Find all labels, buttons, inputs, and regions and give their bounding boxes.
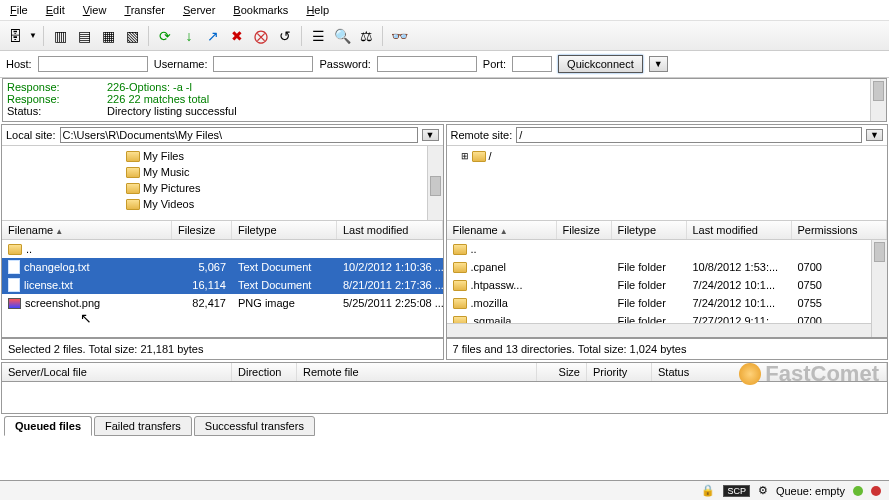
host-input[interactable]: [38, 56, 148, 72]
refresh-icon[interactable]: ⟳: [154, 25, 176, 47]
quickconnect-dropdown[interactable]: ▼: [649, 56, 668, 72]
remote-list-hscrollbar[interactable]: [447, 323, 872, 337]
log-msg: 226-Options: -a -l: [107, 81, 192, 93]
remote-status: 7 files and 13 directories. Total size: …: [446, 338, 889, 360]
col-modified[interactable]: Last modified: [337, 221, 443, 239]
file-row[interactable]: ..: [2, 240, 443, 258]
remote-list-header: Filename▲ Filesize Filetype Last modifie…: [447, 221, 888, 240]
menu-help[interactable]: Help: [302, 2, 333, 18]
col-status[interactable]: Status: [652, 363, 887, 381]
download-icon[interactable]: ↓: [178, 25, 200, 47]
remote-pane: Remote site: ▼ ⊞/ Filename▲ Filesize Fil…: [446, 124, 889, 338]
remote-path-input[interactable]: [516, 127, 862, 143]
file-row[interactable]: ..: [447, 240, 888, 258]
menu-view[interactable]: View: [79, 2, 111, 18]
menu-transfer[interactable]: Transfer: [120, 2, 169, 18]
col-priority[interactable]: Priority: [587, 363, 652, 381]
folder-icon: [126, 167, 140, 178]
search-icon[interactable]: 🔍: [331, 25, 353, 47]
col-filesize[interactable]: Filesize: [557, 221, 612, 239]
folder-icon: [126, 199, 140, 210]
local-pane: Local site: ▼ My Files My Music My Pictu…: [1, 124, 444, 338]
image-icon: [8, 298, 21, 309]
quickconnect-button[interactable]: Quickconnect: [558, 55, 643, 73]
log-label: Response:: [7, 93, 87, 105]
port-input[interactable]: [512, 56, 552, 72]
col-filesize[interactable]: Filesize: [172, 221, 232, 239]
col-size[interactable]: Size: [537, 363, 587, 381]
username-input[interactable]: [213, 56, 313, 72]
queue-status: Queue: empty: [776, 485, 845, 497]
layout2-icon[interactable]: ▤: [73, 25, 95, 47]
encryption-icon: 🔒: [701, 484, 715, 497]
layout3-icon[interactable]: ▦: [97, 25, 119, 47]
compare-icon[interactable]: ⚖: [355, 25, 377, 47]
site-manager-icon[interactable]: 🗄: [4, 25, 26, 47]
reconnect-icon[interactable]: ↺: [274, 25, 296, 47]
local-path-input[interactable]: [60, 127, 418, 143]
remote-tree[interactable]: ⊞/: [447, 145, 888, 221]
file-row[interactable]: .cpanelFile folder10/8/2012 1:53:...0700: [447, 258, 888, 276]
status-bar: 🔒 SCP ⚙ Queue: empty: [0, 480, 889, 500]
col-filename[interactable]: Filename▲: [2, 221, 172, 239]
folder-icon: [453, 262, 467, 273]
menu-file[interactable]: File: [6, 2, 32, 18]
log-scrollbar[interactable]: [870, 79, 886, 121]
filter-icon[interactable]: ☰: [307, 25, 329, 47]
layout4-icon[interactable]: ▧: [121, 25, 143, 47]
layout1-icon[interactable]: ▥: [49, 25, 71, 47]
local-status: Selected 2 files. Total size: 21,181 byt…: [1, 338, 444, 360]
file-row[interactable]: .mozillaFile folder7/24/2012 10:1...0755: [447, 294, 888, 312]
log-msg: Directory listing successful: [107, 105, 237, 117]
col-remote-file[interactable]: Remote file: [297, 363, 537, 381]
remote-file-list[interactable]: .. .cpanelFile folder10/8/2012 1:53:...0…: [447, 240, 888, 337]
folder-up-icon: [8, 244, 22, 255]
binoculars-icon[interactable]: 👓: [388, 25, 410, 47]
upload-icon[interactable]: ↗: [202, 25, 224, 47]
local-list-header: Filename▲ Filesize Filetype Last modifie…: [2, 221, 443, 240]
quickconnect-bar: Host: Username: Password: Port: Quickcon…: [0, 51, 889, 78]
tab-success[interactable]: Successful transfers: [194, 416, 315, 436]
file-row[interactable]: screenshot.png82,417PNG image5/25/2011 2…: [2, 294, 443, 312]
file-icon: [8, 278, 20, 292]
folder-icon: [453, 298, 467, 309]
col-direction[interactable]: Direction: [232, 363, 297, 381]
menu-bookmarks[interactable]: Bookmarks: [229, 2, 292, 18]
col-permissions[interactable]: Permissions: [792, 221, 888, 239]
menu-edit[interactable]: Edit: [42, 2, 69, 18]
menu-server[interactable]: Server: [179, 2, 219, 18]
file-row[interactable]: changelog.txt5,067Text Document10/2/2012…: [2, 258, 443, 276]
file-row[interactable]: license.txt16,114Text Document8/21/2011 …: [2, 276, 443, 294]
log-msg: 226 22 matches total: [107, 93, 209, 105]
col-filename[interactable]: Filename▲: [447, 221, 557, 239]
disconnect-icon[interactable]: ⨂: [250, 25, 272, 47]
queue-icon: ⚙: [758, 484, 768, 497]
transfer-tabs: Queued files Failed transfers Successful…: [0, 414, 889, 436]
status-dot-green: [853, 486, 863, 496]
tab-queued[interactable]: Queued files: [4, 416, 92, 436]
local-path-dropdown[interactable]: ▼: [422, 129, 439, 141]
local-file-list[interactable]: .. changelog.txt5,067Text Document10/2/2…: [2, 240, 443, 337]
status-dot-red: [871, 486, 881, 496]
site-manager-dropdown[interactable]: ▼: [28, 25, 38, 47]
col-server-local[interactable]: Server/Local file: [2, 363, 232, 381]
host-label: Host:: [6, 58, 32, 70]
file-row[interactable]: .htpassw...File folder7/24/2012 10:1...0…: [447, 276, 888, 294]
local-tree[interactable]: My Files My Music My Pictures My Videos: [2, 145, 443, 221]
folder-icon: [453, 280, 467, 291]
folder-icon: [472, 151, 486, 162]
tab-failed[interactable]: Failed transfers: [94, 416, 192, 436]
col-filetype[interactable]: Filetype: [612, 221, 687, 239]
local-site-label: Local site:: [6, 129, 56, 141]
remote-path-dropdown[interactable]: ▼: [866, 129, 883, 141]
password-input[interactable]: [377, 56, 477, 72]
transfer-queue[interactable]: FastComet: [1, 382, 888, 414]
remote-list-scrollbar[interactable]: [871, 240, 887, 337]
col-modified[interactable]: Last modified: [687, 221, 792, 239]
cancel-icon[interactable]: ✖: [226, 25, 248, 47]
toolbar: 🗄 ▼ ▥ ▤ ▦ ▧ ⟳ ↓ ↗ ✖ ⨂ ↺ ☰ 🔍 ⚖ 👓: [0, 21, 889, 51]
menu-bar: File Edit View Transfer Server Bookmarks…: [0, 0, 889, 21]
local-tree-scrollbar[interactable]: [427, 146, 443, 220]
col-filetype[interactable]: Filetype: [232, 221, 337, 239]
log-label: Status:: [7, 105, 87, 117]
